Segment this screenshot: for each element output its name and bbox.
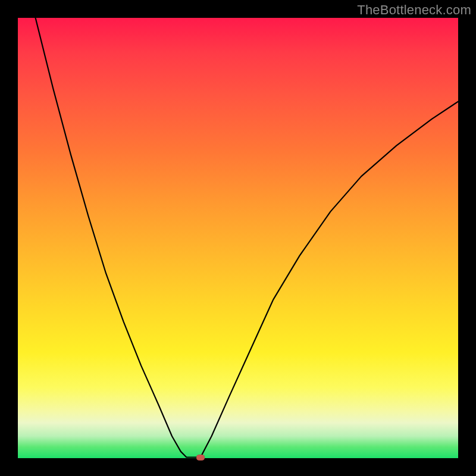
watermark-text: TheBottleneck.com [357,2,471,18]
curve-layer [18,18,458,458]
optimal-marker-icon [196,455,205,461]
bottleneck-curve [36,18,458,458]
chart-frame: TheBottleneck.com [0,0,476,476]
plot-area [18,18,458,458]
